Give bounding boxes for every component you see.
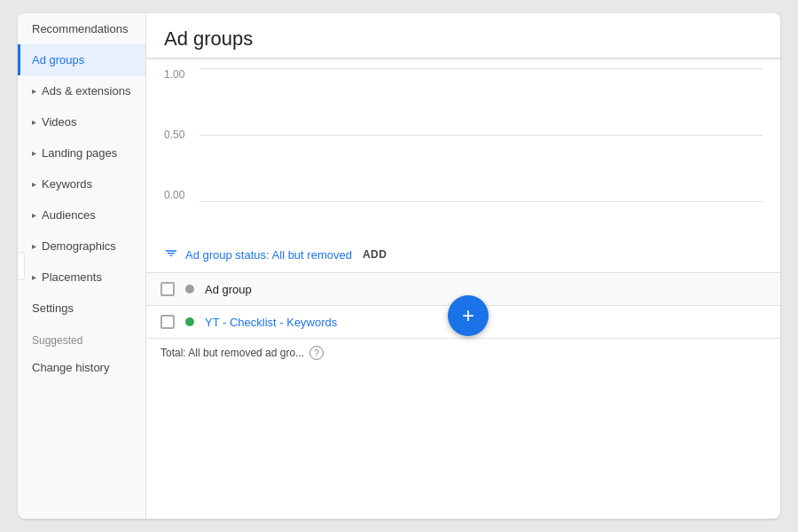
filter-label-value: All but removed	[272, 248, 352, 262]
main-content: Ad groups 1.00 0.50 0.00 + Ad	[146, 13, 780, 519]
sidebar-item-label: Keywords	[42, 177, 92, 191]
sidebar-item-keywords[interactable]: ▸ Keywords	[18, 168, 145, 200]
status-dot-header	[185, 285, 194, 293]
chart-label-low: 0.00	[164, 189, 184, 201]
chart-gridline-mid	[200, 135, 763, 136]
filter-bar: Ad group status: All but removed ADD	[146, 237, 780, 272]
sidebar-item-settings[interactable]: Settings	[18, 293, 145, 324]
arrow-icon: ▸	[32, 272, 36, 282]
header-checkbox[interactable]	[160, 282, 175, 296]
column-header-ad-group: Ad group	[205, 283, 252, 296]
filter-label: Ad group status: All but removed	[185, 248, 352, 262]
app-card: ‹ Recommendations Ad groups ▸ Ads & exte…	[18, 13, 780, 519]
chart-grid	[200, 68, 763, 201]
filter-label-prefix: Ad group status:	[185, 248, 272, 262]
sidebar: ‹ Recommendations Ad groups ▸ Ads & exte…	[18, 13, 146, 519]
sidebar-item-landing-pages[interactable]: ▸ Landing pages	[18, 137, 145, 168]
sidebar-item-label: Videos	[42, 115, 77, 129]
sidebar-item-label: Placements	[42, 270, 102, 284]
main-header: Ad groups	[146, 13, 780, 59]
chart-y-axis: 1.00 0.50 0.00	[164, 68, 193, 201]
filter-icon[interactable]	[164, 246, 178, 263]
add-fab-button[interactable]: +	[448, 295, 489, 336]
suggested-section-label: Suggested	[18, 324, 145, 352]
sidebar-item-label: Change history	[32, 361, 109, 374]
sidebar-collapse-button[interactable]: ‹	[18, 252, 25, 280]
sidebar-item-label: Demographics	[42, 239, 116, 253]
page-title: Ad groups	[164, 27, 763, 51]
chart-gridline-bottom	[200, 201, 763, 202]
sidebar-item-label: Landing pages	[42, 146, 117, 160]
sidebar-item-label: Ad groups	[32, 53, 84, 66]
arrow-icon: ▸	[32, 241, 36, 251]
row-checkbox[interactable]	[160, 315, 175, 329]
arrow-icon: ▸	[32, 179, 36, 189]
arrow-icon: ▸	[32, 86, 36, 96]
total-row: Total: All but removed ad gro... ?	[146, 339, 780, 367]
sidebar-item-label: Settings	[32, 301, 74, 315]
sidebar-item-ads-extensions[interactable]: ▸ Ads & extensions	[18, 75, 145, 106]
sidebar-item-label: Recommendations	[32, 22, 128, 35]
chart-label-high: 1.00	[164, 68, 184, 81]
sidebar-item-placements[interactable]: ▸ Placements	[18, 262, 145, 293]
chart-label-mid: 0.50	[164, 129, 184, 141]
plus-icon: +	[462, 303, 474, 328]
filter-add-button[interactable]: ADD	[363, 248, 387, 261]
sidebar-item-ad-groups[interactable]: Ad groups	[18, 44, 145, 75]
ad-group-link[interactable]: YT - Checklist - Keywords	[205, 316, 337, 329]
arrow-icon: ▸	[32, 148, 36, 158]
sidebar-item-videos[interactable]: ▸ Videos	[18, 106, 145, 137]
chart-gridline-top	[200, 68, 763, 69]
sidebar-item-recommendations[interactable]: Recommendations	[18, 13, 145, 44]
help-icon[interactable]: ?	[309, 346, 324, 360]
sidebar-item-demographics[interactable]: ▸ Demographics	[18, 231, 145, 262]
total-label: Total: All but removed ad gro...	[160, 347, 304, 359]
arrow-icon: ▸	[32, 117, 36, 127]
sidebar-item-audiences[interactable]: ▸ Audiences	[18, 200, 145, 231]
chart-area: 1.00 0.50 0.00	[146, 59, 780, 237]
status-dot-active	[185, 317, 194, 326]
sidebar-item-label: Audiences	[42, 208, 96, 222]
arrow-icon: ▸	[32, 210, 36, 220]
sidebar-item-change-history[interactable]: Change history	[18, 352, 145, 383]
sidebar-item-label: Ads & extensions	[42, 84, 130, 98]
